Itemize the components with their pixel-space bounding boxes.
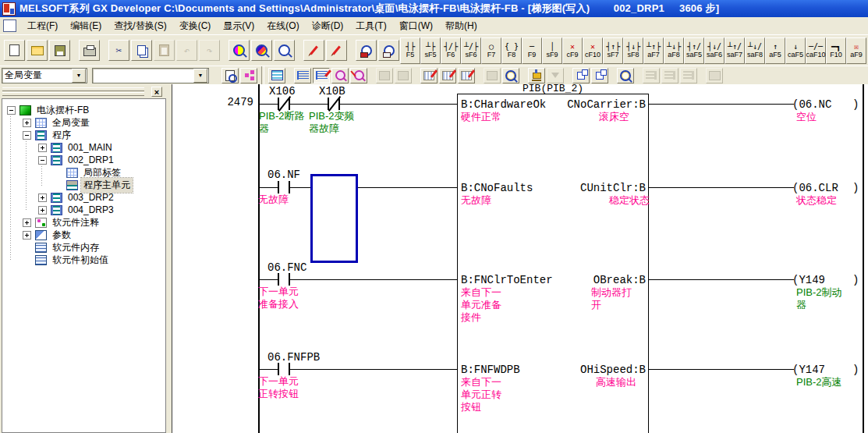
device-combobox[interactable]: ▼	[92, 68, 209, 83]
symbol-coil-button[interactable]: ○F7	[481, 37, 501, 64]
symbol-falling-pulse-button[interactable]: ┤↓├sF8	[623, 37, 643, 64]
note-edit-button[interactable]	[350, 68, 367, 83]
fb-parts-tree-button[interactable]	[240, 68, 257, 83]
screen-display-button[interactable]	[706, 68, 723, 83]
collapse-icon[interactable]	[38, 156, 47, 165]
grid-button[interactable]	[484, 68, 501, 83]
symbol-draw-line-button[interactable]: ━┓F10	[826, 37, 846, 64]
menu-project[interactable]: 工程(F)	[21, 17, 64, 35]
menu-edit[interactable]: 编辑(E)	[64, 17, 108, 35]
menu-find-replace[interactable]: 查找/替换(S)	[108, 17, 172, 35]
fb-output-pin[interactable]: OBreak:B	[459, 275, 646, 286]
symbol-rising-op-button[interactable]: ↑aF5	[765, 37, 785, 64]
menu-view[interactable]: 显示(V)	[217, 17, 260, 35]
tree-item-001-main[interactable]: 001_MAIN	[38, 141, 115, 154]
menu-tools[interactable]: 工具(T)	[349, 17, 392, 35]
symbol-rising-pulse-button[interactable]: ┤↑├sF7	[603, 37, 623, 64]
symbol-delete-hline-button[interactable]: ✕cF9	[562, 37, 583, 64]
fb-output-pin[interactable]: CUnitClr:B	[459, 183, 646, 193]
symbol-invert-op-button[interactable]: ─/─caF10	[806, 37, 826, 64]
symbol-hline-button[interactable]: ─F9	[522, 37, 542, 64]
coil-device[interactable]: (Y147	[792, 364, 825, 375]
write-mode-button[interactable]	[303, 40, 324, 61]
expand-icon[interactable]	[38, 193, 47, 202]
symbol-falling-branch-button[interactable]: ┴↓├aF8	[664, 37, 684, 64]
save-project-button[interactable]	[49, 40, 70, 61]
nc-contact-symbol[interactable]	[328, 98, 340, 110]
coil-device[interactable]: (Y149	[792, 275, 825, 286]
symbol-closed-contact-button[interactable]: ┤/├F6	[441, 37, 461, 64]
child-window-icon[interactable]	[3, 20, 16, 32]
no-contact-symbol[interactable]	[278, 273, 290, 286]
menu-diagnostics[interactable]: 诊断(D)	[306, 17, 350, 35]
symbol-vline-button[interactable]: │sF9	[542, 37, 562, 64]
panel-grip[interactable]	[2, 87, 144, 91]
read-mode-button[interactable]	[356, 40, 377, 61]
replace-button[interactable]	[274, 40, 295, 61]
convert-run-button[interactable]	[547, 68, 564, 83]
project-tree[interactable]: 电泳摆杆-FB 全局变量 程序 001_MAIN 002_DRP1 局部标签 程…	[2, 98, 166, 433]
contact-device[interactable]: X10B	[319, 86, 345, 97]
edit-cursor-selection[interactable]	[310, 174, 358, 263]
label-scope-combobox[interactable]: 全局变量 ▼	[2, 68, 87, 83]
tree-item-program-body[interactable]: 程序主单元	[54, 179, 133, 191]
expand-icon[interactable]	[23, 119, 31, 127]
note-find-button[interactable]	[331, 68, 349, 83]
expand-icon[interactable]	[38, 144, 47, 152]
chevron-down-icon[interactable]: ▼	[72, 69, 86, 83]
fb-output-pin[interactable]: OHiSpeed:B	[459, 364, 646, 375]
no-contact-symbol[interactable]	[278, 363, 290, 375]
menu-help[interactable]: 帮助(H)	[439, 17, 484, 35]
symbol-falling-op-button[interactable]: ↓caF5	[785, 37, 806, 64]
coil-device[interactable]: (06.NC	[792, 99, 831, 110]
tree-item-programs[interactable]: 程序	[23, 129, 73, 141]
convert-button[interactable]	[528, 68, 545, 83]
collapse-icon[interactable]	[23, 131, 31, 140]
menu-online[interactable]: 在线(O)	[260, 17, 305, 35]
paste-button[interactable]	[154, 40, 175, 61]
new-project-button[interactable]	[4, 40, 25, 61]
collapse-icon[interactable]	[7, 106, 16, 115]
tree-item-003-drp2[interactable]: 003_DRP2	[38, 191, 116, 204]
fb-output-pin[interactable]: CNoCarrier:B	[459, 99, 646, 110]
find-button[interactable]	[229, 40, 250, 61]
no-contact-symbol[interactable]	[278, 181, 290, 193]
sort-ascending-button[interactable]	[643, 68, 660, 83]
contact-device[interactable]: 06.NF	[267, 169, 300, 180]
monitor-mode-button[interactable]	[378, 40, 399, 61]
contact-device[interactable]: 06.FNFPB	[267, 352, 320, 363]
symbol-open-branch-button[interactable]: ┴├sF5	[420, 37, 441, 64]
undo-button[interactable]: ↶	[176, 40, 197, 61]
debug-button[interactable]	[458, 68, 475, 83]
symbol-delete-vline-button[interactable]: ✕cF10	[583, 37, 603, 64]
panel-grip[interactable]	[2, 92, 144, 96]
symbol-rising-nc-button[interactable]: ┤↑/saF5	[684, 37, 704, 64]
find-device-button[interactable]	[251, 40, 272, 61]
label-view-button[interactable]	[221, 68, 239, 83]
print-button[interactable]	[79, 40, 100, 61]
insert-mode-button[interactable]	[326, 40, 347, 61]
expand-icon[interactable]	[23, 218, 31, 227]
sort-descending-button[interactable]	[661, 68, 678, 83]
contact-device[interactable]: 06.FNC	[267, 262, 306, 273]
symbol-rising-branch-button[interactable]: ┴↑├aF7	[643, 37, 664, 64]
title-bar[interactable]: MELSOFT系列 GX Developer C:\Documents and …	[0, 0, 868, 17]
menu-window[interactable]: 窗口(W)	[393, 17, 439, 35]
symbol-open-contact-button[interactable]: ┤├F5	[400, 37, 420, 64]
redo-button[interactable]: ↷	[199, 40, 220, 61]
new-window-button[interactable]	[591, 68, 608, 83]
symbol-closed-branch-button[interactable]: ┴/├sF6	[461, 37, 481, 64]
monitor-button[interactable]	[502, 68, 519, 83]
help-find-button[interactable]	[617, 68, 634, 83]
expand-icon[interactable]	[23, 231, 31, 240]
device-test-button[interactable]	[439, 68, 456, 83]
copy-button[interactable]	[131, 40, 152, 61]
tree-item-device-init-values[interactable]: 软元件初始值	[23, 254, 111, 266]
symbol-falling-nc-branch-button[interactable]: ┴↓/saF8	[745, 37, 765, 64]
nc-contact-symbol[interactable]	[278, 98, 290, 110]
symbol-application-button[interactable]: { }F8	[501, 37, 522, 64]
zoom-window-button[interactable]	[572, 68, 590, 83]
coil-device[interactable]: (06.CLR	[792, 183, 838, 193]
chevron-down-icon[interactable]: ▼	[193, 69, 207, 83]
ladder-editor[interactable]: PIB(PIB_2) 2479 X106 X10B PIB-2断路 器 PIB-…	[172, 84, 868, 433]
